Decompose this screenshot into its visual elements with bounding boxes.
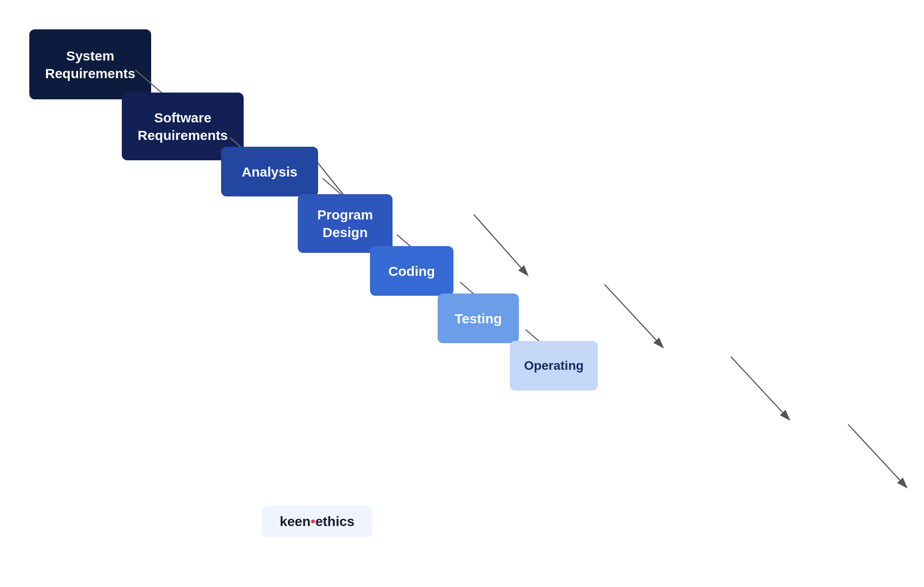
logo: keen • ethics (262, 506, 373, 537)
arrow-4 (731, 357, 790, 420)
program-design-box: ProgramDesign (298, 194, 393, 253)
logo-text-ethics: ethics (315, 514, 355, 529)
system-requirements-box: System Requirements (29, 29, 151, 99)
arrow-3 (605, 284, 663, 348)
testing-box: Testing (438, 294, 519, 343)
operating-box: Operating (510, 341, 598, 391)
coding-box: Coding (370, 246, 453, 296)
waterfall-diagram: System Requirements SoftwareRequirements… (0, 0, 924, 587)
arrow-2 (474, 214, 528, 275)
analysis-box: Analysis (221, 147, 318, 196)
logo-text-keen: keen (280, 514, 310, 529)
logo-dot: • (310, 514, 315, 529)
arrow-5 (848, 424, 907, 488)
